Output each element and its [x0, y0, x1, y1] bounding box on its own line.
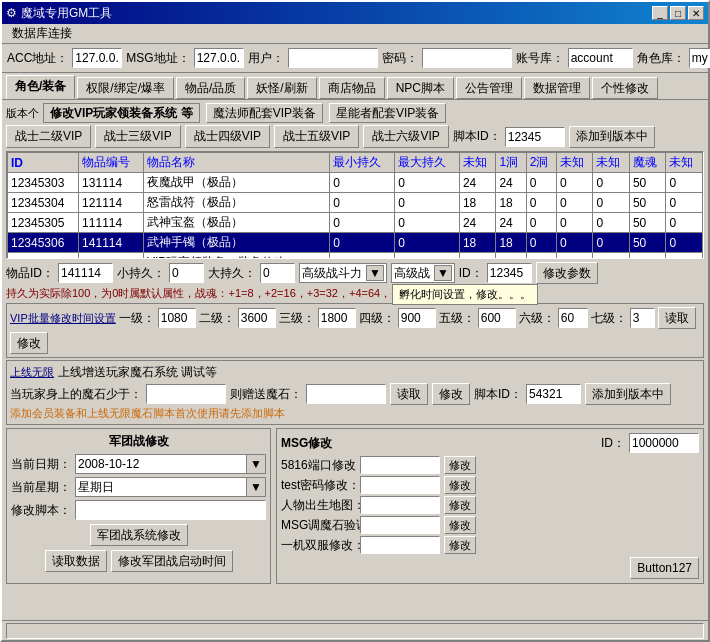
msg-field-1-btn[interactable]: 修改: [444, 476, 476, 494]
guild-read-button[interactable]: 读取数据: [45, 550, 107, 572]
user-label: 用户：: [248, 50, 284, 67]
maximize-button[interactable]: □: [670, 6, 686, 20]
table-row[interactable]: 12345305111114武神宝盔（极品）002424000500: [8, 213, 703, 233]
tab-monster[interactable]: 妖怪/刷新: [247, 77, 316, 99]
vip-tab-5[interactable]: 战士五级VIP: [274, 125, 359, 148]
msg-field-4-btn[interactable]: 修改: [444, 536, 476, 554]
status-bar: [2, 620, 708, 640]
tab-perm[interactable]: 权限/绑定/爆率: [77, 77, 174, 99]
script-id-input[interactable]: [505, 127, 565, 147]
max-input[interactable]: [260, 263, 295, 283]
lv2-label: 二级：: [199, 310, 235, 327]
guild-week-input[interactable]: [76, 478, 246, 496]
menu-db[interactable]: 数据库连接: [6, 23, 78, 44]
account-label: 账号库：: [516, 50, 564, 67]
grade2-select-container[interactable]: 高级战 ▼ 孵化时间设置，修改。。。: [391, 263, 455, 283]
guild-date-combo[interactable]: ▼: [75, 454, 266, 474]
duration-section: VIP批量修改时间设置 一级： 二级： 三级： 四级： 五级： 六级： 七级： …: [6, 303, 704, 358]
tab-announce[interactable]: 公告管理: [456, 77, 522, 99]
topup-less-input[interactable]: [146, 384, 226, 404]
topup-give-input[interactable]: [306, 384, 386, 404]
acc-addr-input[interactable]: [72, 48, 122, 68]
msg-addr-input[interactable]: [194, 48, 244, 68]
guild-date-input[interactable]: [76, 455, 246, 473]
lv6-input[interactable]: [558, 308, 588, 328]
vip-table-container[interactable]: ID 物品编号 物品名称 最小持久 最大持久 未知 1洞 2洞 未知 未知 魔魂…: [6, 151, 704, 259]
msg-field-0-input[interactable]: [360, 456, 440, 474]
account-input[interactable]: [568, 48, 633, 68]
guild-time-button[interactable]: 修改军团战启动时间: [111, 550, 233, 572]
col-unk3: 未知: [593, 153, 630, 173]
tab-item[interactable]: 物品/品质: [176, 77, 245, 99]
tab-data[interactable]: 数据管理: [524, 77, 590, 99]
role-input[interactable]: [689, 48, 710, 68]
grade2-dropdown-icon[interactable]: ▼: [434, 265, 452, 281]
msg-field-2-btn[interactable]: 修改: [444, 496, 476, 514]
item-id-input[interactable]: [58, 263, 113, 283]
user-input[interactable]: [288, 48, 378, 68]
msg-field-2-input[interactable]: [360, 496, 440, 514]
topup-script-input[interactable]: [526, 384, 581, 404]
guild-week-arrow[interactable]: ▼: [246, 478, 265, 496]
lv2-input[interactable]: [238, 308, 276, 328]
table-row[interactable]: 12345304121114怒雷战符（极品）001818000500: [8, 193, 703, 213]
lv3-input[interactable]: [318, 308, 356, 328]
guild-date-label: 当前日期：: [11, 456, 71, 473]
vip-tab-3[interactable]: 战士三级VIP: [95, 125, 180, 148]
topup-add-button[interactable]: 添加到版本中: [585, 383, 671, 405]
table-row[interactable]: 12345307VIP玩家领装备，装备修改。001818000500: [8, 253, 703, 260]
grade-dropdown-icon[interactable]: ▼: [366, 265, 384, 281]
topup-section: 上线无限 上线增送玩家魔石系统 调试等 当玩家身上的魔石少于： 则赠送魔石： 读…: [6, 360, 704, 425]
guild-week-combo[interactable]: ▼: [75, 477, 266, 497]
grade2-label: 高级战: [394, 265, 430, 282]
guild-system-button[interactable]: 军团战系统修改: [90, 524, 188, 546]
guild-action-row: 读取数据 修改军团战启动时间: [11, 550, 266, 572]
sub-tab-2[interactable]: 星能者配套VIP装备: [329, 103, 446, 123]
sub-tab-0[interactable]: 修改VIP玩家领装备系统 等: [43, 103, 200, 123]
tab-role[interactable]: 角色/装备: [6, 75, 75, 99]
modify-param-button[interactable]: 修改参数: [536, 262, 598, 284]
duration-modify-button[interactable]: 修改: [10, 332, 48, 354]
guild-script-input[interactable]: [75, 500, 266, 520]
close-button[interactable]: ✕: [688, 6, 704, 20]
topup-read-button[interactable]: 读取: [390, 383, 428, 405]
guild-date-arrow[interactable]: ▼: [246, 455, 265, 473]
min-input[interactable]: [169, 263, 204, 283]
lv5-input[interactable]: [478, 308, 516, 328]
tab-shop[interactable]: 商店物品: [319, 77, 385, 99]
btn127[interactable]: Button127: [630, 557, 699, 579]
msg-id-input[interactable]: [629, 433, 699, 453]
col-name: 物品名称: [143, 153, 329, 173]
col-d2: 2洞: [526, 153, 556, 173]
tab-personal[interactable]: 个性修改: [592, 77, 658, 99]
topup-modify-button[interactable]: 修改: [432, 383, 470, 405]
title-bar: ⚙ 魔域专用GM工具 _ □ ✕: [2, 2, 708, 24]
vip-tab-2[interactable]: 战士二级VIP: [6, 125, 91, 148]
duration-read-button[interactable]: 读取: [658, 307, 696, 329]
lv1-input[interactable]: [158, 308, 196, 328]
lv4-input[interactable]: [398, 308, 436, 328]
lv7-input[interactable]: [630, 308, 655, 328]
msg-field-0-btn[interactable]: 修改: [444, 456, 476, 474]
table-row[interactable]: 12345306141114武神手镯（极品）001818000500: [8, 233, 703, 253]
lv3-label: 三级：: [279, 310, 315, 327]
msg-field-3-input[interactable]: [360, 516, 440, 534]
vip-tab-4[interactable]: 战士四级VIP: [185, 125, 270, 148]
msg-title: MSG修改: [281, 435, 332, 452]
right-id-input[interactable]: [487, 263, 532, 283]
msg-field-1: test密码修改： 修改: [281, 476, 699, 494]
sub-tab-1[interactable]: 魔法师配套VIP装备: [206, 103, 323, 123]
grade-select-container[interactable]: 高级战斗力 ▼: [299, 263, 387, 283]
msg-field-1-label: test密码修改：: [281, 477, 356, 494]
vip-tab-6[interactable]: 战士六级VIP: [363, 125, 448, 148]
minimize-button[interactable]: _: [652, 6, 668, 20]
script-id-label: 脚本ID：: [453, 128, 501, 145]
msg-field-4-input[interactable]: [360, 536, 440, 554]
msg-field-1-input[interactable]: [360, 476, 440, 494]
table-row[interactable]: 12345303131114夜魔战甲（极品）002424000500: [8, 173, 703, 193]
max-label: 大持久：: [208, 265, 256, 282]
add-to-version-button[interactable]: 添加到版本中: [569, 126, 655, 148]
tab-npc[interactable]: NPC脚本: [387, 77, 454, 99]
pwd-input[interactable]: [422, 48, 512, 68]
msg-field-3-btn[interactable]: 修改: [444, 516, 476, 534]
